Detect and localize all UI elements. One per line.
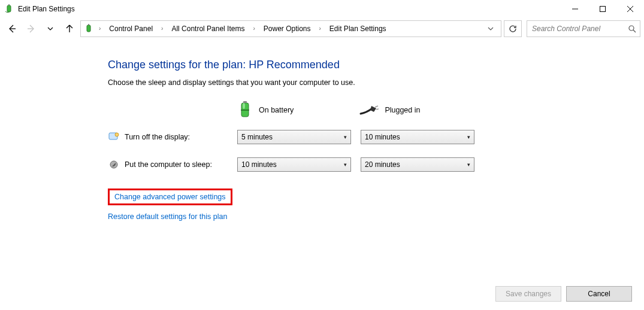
breadcrumb-bar[interactable]: › Control Panel › All Control Panel Item… — [80, 20, 501, 37]
sleep-battery-value: 10 minutes — [241, 160, 277, 169]
breadcrumb-item[interactable]: Power Options — [260, 21, 315, 37]
row-sleep-label: Put the computer to sleep: — [125, 160, 237, 169]
display-battery-value: 5 minutes — [241, 133, 273, 141]
change-advanced-link[interactable]: Change advanced power settings — [114, 193, 226, 201]
sleep-plugged-value: 20 minutes — [365, 160, 400, 169]
back-button[interactable] — [4, 20, 20, 37]
breadcrumb-item[interactable]: Edit Plan Settings — [326, 21, 390, 37]
refresh-button[interactable] — [504, 20, 522, 37]
sleep-plugged-select[interactable]: 20 minutes ▾ — [361, 157, 474, 172]
window-title: Edit Plan Settings — [18, 5, 75, 13]
svg-rect-14 — [243, 101, 247, 103]
restore-defaults-link[interactable]: Restore default settings for this plan — [108, 212, 227, 221]
display-icon — [108, 131, 120, 143]
plug-icon — [359, 104, 379, 116]
sleep-icon — [108, 159, 120, 171]
chevron-right-icon[interactable]: › — [159, 21, 165, 37]
svg-rect-3 — [600, 7, 606, 12]
chevron-down-icon: ▾ — [467, 162, 470, 168]
display-plugged-select[interactable]: 10 minutes ▾ — [361, 130, 474, 144]
footer: Save changes Cancel — [0, 279, 644, 310]
chevron-down-icon: ▾ — [467, 134, 470, 140]
svg-point-19 — [115, 133, 119, 136]
svg-line-11 — [633, 30, 636, 32]
svg-rect-13 — [241, 110, 249, 111]
column-battery-label: On battery — [259, 106, 294, 114]
search-icon[interactable] — [628, 25, 636, 33]
recent-locations-button[interactable] — [42, 20, 59, 37]
svg-rect-8 — [87, 25, 90, 32]
chevron-right-icon[interactable]: › — [317, 21, 323, 37]
column-battery: On battery — [237, 101, 294, 119]
titlebar: Edit Plan Settings — [0, 0, 644, 18]
row-turn-off-display: Turn off the display: 5 minutes ▾ 10 min… — [108, 130, 644, 144]
page-heading: Change settings for the plan: HP Recomme… — [108, 59, 644, 71]
row-sleep: Put the computer to sleep: 10 minutes ▾ … — [108, 157, 644, 172]
search-box[interactable] — [527, 20, 640, 37]
address-bar: › Control Panel › All Control Panel Item… — [0, 18, 644, 41]
search-input[interactable] — [531, 24, 621, 34]
display-battery-select[interactable]: 5 minutes ▾ — [237, 130, 351, 144]
forward-button — [23, 20, 40, 37]
column-plugged-label: Plugged in — [385, 106, 420, 114]
sleep-battery-select[interactable]: 10 minutes ▾ — [237, 157, 351, 172]
chevron-down-icon: ▾ — [344, 134, 347, 140]
chevron-down-icon: ▾ — [344, 162, 347, 168]
chevron-right-icon[interactable]: › — [96, 21, 103, 37]
app-icon — [4, 4, 14, 14]
column-plugged: Plugged in — [359, 104, 420, 116]
maximize-button[interactable] — [589, 0, 616, 18]
breadcrumb-item[interactable]: Control Panel — [105, 21, 156, 37]
close-button[interactable] — [616, 0, 644, 18]
chevron-right-icon[interactable]: › — [250, 21, 257, 37]
display-plugged-value: 10 minutes — [365, 133, 400, 141]
svg-point-15 — [243, 103, 245, 109]
battery-icon — [237, 101, 253, 119]
links-section: Change advanced power settings Restore d… — [108, 189, 644, 221]
save-changes-button: Save changes — [495, 286, 561, 302]
svg-line-17 — [376, 109, 379, 110]
minimize-button[interactable] — [561, 0, 589, 18]
svg-rect-1 — [8, 4, 10, 5]
page-subtext: Choose the sleep and display settings th… — [108, 78, 644, 87]
svg-rect-9 — [88, 24, 89, 25]
power-options-icon — [83, 23, 94, 34]
row-display-label: Turn off the display: — [125, 133, 237, 141]
content-pane: Change settings for the plan: HP Recomme… — [0, 41, 644, 279]
column-headers: On battery Plugged in — [237, 101, 644, 119]
svg-rect-0 — [7, 5, 11, 12]
svg-line-16 — [375, 106, 378, 107]
up-button[interactable] — [61, 20, 78, 37]
address-dropdown-button[interactable] — [483, 21, 498, 37]
svg-point-10 — [629, 26, 634, 31]
highlighted-link-box: Change advanced power settings — [108, 189, 232, 205]
breadcrumb-item[interactable]: All Control Panel Items — [168, 21, 248, 37]
cancel-button[interactable]: Cancel — [566, 286, 632, 302]
